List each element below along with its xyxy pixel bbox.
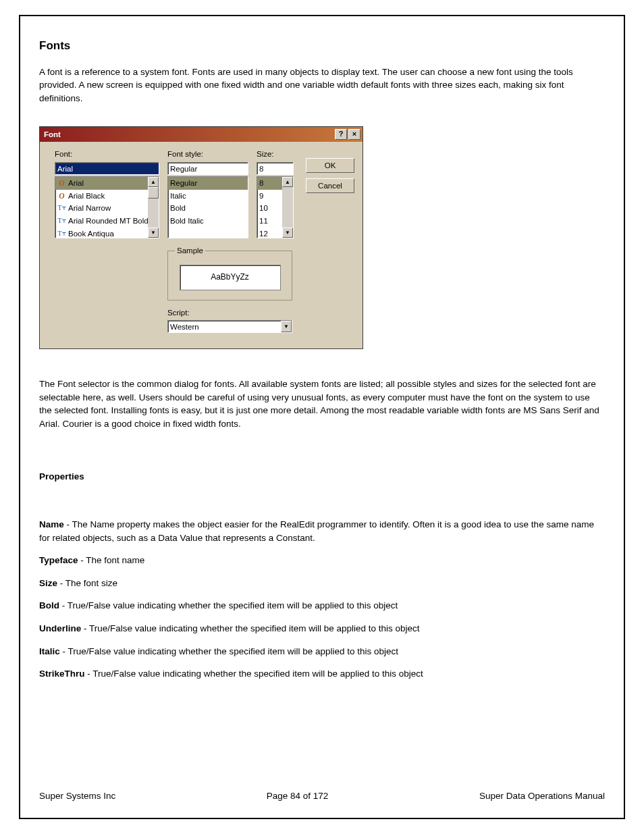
property-row: Italic - True/False value indicating whe… bbox=[39, 645, 605, 658]
property-desc: - The font size bbox=[57, 578, 117, 588]
truetype-icon: Tᴛ bbox=[57, 229, 66, 238]
scroll-thumb[interactable] bbox=[148, 187, 159, 199]
property-desc: - True/False value indicating whether th… bbox=[81, 623, 419, 633]
font-list-item[interactable]: OArial Black bbox=[55, 190, 159, 203]
font-scrollbar[interactable]: ▲ ▼ bbox=[148, 177, 159, 238]
font-name: Arial Narrow bbox=[68, 203, 111, 214]
font-name: Arial Rounded MT Bold bbox=[68, 215, 149, 227]
font-listbox[interactable]: OArialOArial BlackTᴛArial NarrowTᴛArial … bbox=[55, 176, 159, 238]
opentype-icon: O bbox=[57, 178, 66, 189]
footer-left: Super Systems Inc bbox=[39, 789, 115, 803]
property-row: Typeface - The font name bbox=[39, 554, 605, 567]
property-row: Underline - True/False value indicating … bbox=[39, 622, 605, 635]
property-name: Italic bbox=[39, 646, 60, 656]
page-heading: Fonts bbox=[39, 38, 605, 55]
font-dialog: Font ? × Font: Arial OArialOArial BlackT… bbox=[39, 126, 363, 349]
properties-heading: Properties bbox=[39, 470, 605, 484]
after-paragraph: The Font selector is the common dialog f… bbox=[39, 377, 605, 430]
property-name: Name bbox=[39, 519, 64, 529]
property-desc: - The font name bbox=[78, 555, 145, 565]
sample-legend: Sample bbox=[175, 245, 205, 257]
help-icon[interactable]: ? bbox=[335, 129, 347, 140]
font-name: Arial bbox=[68, 178, 84, 189]
font-list-item[interactable]: TᴛArial Rounded MT Bold bbox=[55, 215, 159, 228]
dialog-titlebar[interactable]: Font ? × bbox=[40, 127, 363, 142]
font-name: Arial Black bbox=[68, 190, 105, 202]
close-icon[interactable]: × bbox=[348, 129, 360, 140]
opentype-icon: O bbox=[57, 190, 66, 202]
property-row: Bold - True/False value indicating wheth… bbox=[39, 599, 605, 613]
intro-paragraph: A font is a reference to a system font. … bbox=[39, 66, 605, 105]
script-value[interactable]: Western bbox=[167, 320, 292, 333]
ok-button[interactable]: OK bbox=[306, 158, 354, 173]
font-name: Book Antiqua bbox=[68, 228, 114, 238]
property-name: Underline bbox=[39, 623, 81, 633]
script-combo[interactable]: Western ▼ bbox=[167, 320, 292, 334]
property-row: Size - The font size bbox=[39, 577, 605, 590]
property-name: Bold bbox=[39, 600, 59, 610]
property-desc: - True/False value indicating whether th… bbox=[59, 600, 398, 610]
style-list-item[interactable]: Italic bbox=[168, 190, 248, 203]
font-list-item[interactable]: TᴛBook Antiqua bbox=[55, 228, 159, 238]
scroll-down-icon[interactable]: ▼ bbox=[148, 228, 159, 238]
scroll-down-icon[interactable]: ▼ bbox=[282, 228, 293, 238]
style-list-item[interactable]: Regular bbox=[168, 177, 248, 190]
property-name: StrikeThru bbox=[39, 669, 85, 679]
footer-right: Super Data Operations Manual bbox=[479, 789, 605, 803]
cancel-button[interactable]: Cancel bbox=[306, 178, 354, 193]
property-row: Name - The Name property makes the objec… bbox=[39, 518, 605, 544]
property-name: Typeface bbox=[39, 555, 78, 565]
font-list-item[interactable]: OArial bbox=[55, 177, 159, 190]
style-list-item[interactable]: Bold Italic bbox=[168, 215, 248, 228]
style-label: Font style: bbox=[167, 149, 248, 160]
property-name: Size bbox=[39, 578, 57, 588]
font-list-item[interactable]: TᴛArial Narrow bbox=[55, 202, 159, 215]
truetype-icon: Tᴛ bbox=[57, 203, 66, 213]
style-listbox[interactable]: RegularItalicBoldBold Italic bbox=[167, 176, 248, 238]
size-listbox[interactable]: 891011121416 ▲ ▼ bbox=[257, 176, 294, 238]
scroll-up-icon[interactable]: ▲ bbox=[282, 177, 293, 187]
font-input[interactable]: Arial bbox=[55, 162, 159, 175]
size-scrollbar[interactable]: ▲ ▼ bbox=[282, 177, 293, 238]
property-desc: - True/False value indicating whether th… bbox=[85, 669, 423, 679]
style-list-item[interactable]: Bold bbox=[168, 202, 248, 215]
property-row: StrikeThru - True/False value indicating… bbox=[39, 667, 605, 681]
dropdown-icon[interactable]: ▼ bbox=[281, 321, 292, 332]
style-input[interactable]: Regular bbox=[167, 162, 248, 175]
size-input[interactable]: 8 bbox=[257, 162, 294, 175]
footer-center: Page 84 of 172 bbox=[267, 789, 329, 803]
property-desc: - The Name property makes the object eas… bbox=[39, 519, 594, 543]
page-footer: Super Systems Inc Page 84 of 172 Super D… bbox=[39, 789, 605, 803]
property-desc: - True/False value indicating whether th… bbox=[60, 646, 398, 656]
size-label: Size: bbox=[257, 149, 294, 160]
scroll-up-icon[interactable]: ▲ bbox=[148, 177, 159, 187]
truetype-icon: Tᴛ bbox=[57, 216, 66, 226]
dialog-title: Font bbox=[44, 129, 61, 140]
font-label: Font: bbox=[55, 149, 159, 160]
